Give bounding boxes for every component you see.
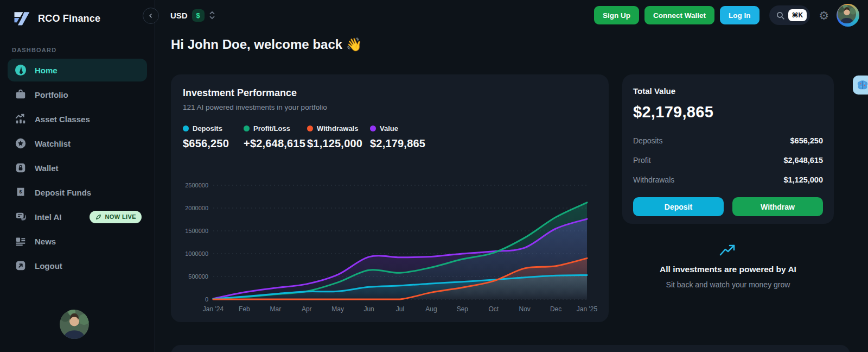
gear-icon: ⚙ [819, 10, 829, 21]
svg-text:Jul: Jul [396, 305, 404, 313]
sidebar-item-label: Deposit Funds [35, 188, 91, 197]
summary-row-value: $2,648,615 [783, 156, 823, 165]
svg-text:May: May [331, 305, 344, 313]
chat-icon [14, 210, 27, 223]
summary-title: Total Value [633, 86, 823, 96]
now-live-badge-label: NOW LIVE [105, 213, 136, 220]
svg-text:Jan '25: Jan '25 [577, 305, 598, 313]
news-icon [14, 235, 27, 248]
legend-value: $2,179,865 [370, 137, 435, 150]
sidebar-collapse-button[interactable] [143, 8, 159, 24]
svg-text:Mar: Mar [270, 305, 281, 313]
next-section-card [171, 345, 850, 352]
chart-growth-icon [14, 112, 27, 125]
legend-item-value: Value$2,179,865 [370, 124, 435, 150]
legend-dot-icon [370, 125, 376, 131]
sidebar-item-news[interactable]: News [8, 230, 147, 253]
trending-up-icon [719, 243, 737, 257]
brand-name: RCO Finance [38, 13, 100, 24]
summary-row-value: $1,125,000 [783, 175, 823, 184]
ai-note-subtitle: Sit back and watch your money grow [666, 280, 790, 289]
summary-row-label: Deposits [633, 136, 662, 145]
legend-label: Withdrawals [317, 124, 358, 133]
svg-text:1000000: 1000000 [185, 250, 208, 257]
ai-note: All investments are powered by AI Sit ba… [622, 243, 834, 289]
settings-button[interactable]: ⚙ [819, 10, 829, 21]
investment-performance-card: Investment Performance 121 AI powered in… [171, 74, 609, 322]
page-title: Hi John Doe, welcome back 👋 [171, 37, 362, 52]
summary-row-profit: Profit$2,648,615 [633, 150, 823, 170]
dollar-badge-icon: $ [192, 9, 205, 22]
sidebar-item-deposit-funds[interactable]: $Deposit Funds [8, 181, 147, 204]
search-button[interactable]: ⌘K [769, 5, 810, 25]
receipt-dollar-icon: $ [14, 186, 27, 199]
sidebar-item-label: Asset Classes [35, 115, 90, 124]
svg-text:Feb: Feb [239, 305, 250, 313]
rocket-icon [95, 213, 102, 221]
search-icon [776, 11, 785, 20]
sidebar-item-label: Home [35, 66, 58, 75]
summary-row-deposits: Deposits$656,250 [633, 131, 823, 150]
svg-text:$: $ [19, 189, 22, 194]
total-value: $2,179,865 [633, 103, 823, 121]
withdraw-button[interactable]: Withdraw [732, 197, 823, 216]
auth-buttons: Sign UpConnect WalletLog In [594, 6, 760, 24]
svg-text:Nov: Nov [519, 305, 530, 313]
sidebar-item-wallet[interactable]: Wallet [8, 156, 147, 179]
sidebar-item-label: Portfolio [35, 90, 68, 99]
summary-row-label: Withdrawals [633, 175, 674, 184]
svg-text:Sep: Sep [457, 305, 469, 313]
sidebar-item-label: News [35, 237, 56, 246]
legend-value: $656,250 [183, 137, 244, 150]
svg-text:Jun: Jun [363, 305, 374, 313]
legend-item-withdrawals: Withdrawals$1,125,000 [307, 124, 370, 150]
brand[interactable]: RCO Finance [0, 0, 155, 28]
sidebar-item-asset-classes[interactable]: Asset Classes [8, 108, 147, 130]
legend-label: Deposits [193, 124, 222, 133]
legend-dot-icon [307, 125, 313, 131]
logout-icon [14, 259, 27, 272]
currency-code: USD [170, 11, 188, 20]
svg-text:0: 0 [205, 296, 208, 303]
currency-selector[interactable]: USD $ [170, 9, 215, 22]
sidebar-item-label: Watchlist [35, 139, 71, 148]
legend-label: Value [380, 124, 398, 133]
sidebar-user-avatar[interactable] [60, 310, 89, 339]
legend-item-profit-loss: Profit/Loss+$2,648,615 [244, 124, 307, 150]
summary-row-label: Profit [633, 156, 651, 165]
legend-item-deposits: Deposits$656,250 [183, 124, 244, 150]
sidebar-item-watchlist[interactable]: Watchlist [8, 132, 147, 155]
ai-assistant-fab[interactable] [853, 76, 868, 95]
avatar [838, 5, 856, 23]
svg-text:Jan '24: Jan '24 [203, 305, 224, 313]
sidebar-section-label: DASHBOARD [12, 47, 155, 53]
summary-actions: Deposit Withdraw [633, 197, 823, 216]
chart-card-subtitle: 121 AI powered investments in your portf… [183, 103, 597, 111]
lock-icon [14, 161, 27, 174]
sidebar-item-portfolio[interactable]: Portfolio [8, 83, 147, 106]
svg-text:2000000: 2000000 [185, 205, 208, 211]
user-menu-button[interactable] [837, 4, 859, 27]
sidebar-nav: HomePortfolioAsset ClassesWatchlistWalle… [0, 59, 155, 277]
main-area: USD $ Sign UpConnect WalletLog In ⌘K ⚙ H… [155, 0, 868, 352]
sidebar-item-home[interactable]: Home [8, 59, 147, 81]
legend-dot-icon [183, 125, 189, 131]
connect-wallet-button[interactable]: Connect Wallet [644, 6, 714, 24]
legend-value: $1,125,000 [307, 137, 370, 150]
svg-text:Dec: Dec [550, 305, 561, 313]
sign-up-button[interactable]: Sign Up [594, 6, 639, 24]
deposit-button[interactable]: Deposit [633, 197, 724, 216]
search-shortcut: ⌘K [788, 9, 807, 21]
legend-label: Profit/Loss [253, 124, 290, 133]
brain-icon [857, 79, 868, 91]
legend-dot-icon [244, 125, 250, 131]
svg-text:Apr: Apr [302, 305, 312, 313]
sidebar-item-logout[interactable]: Logout [8, 254, 147, 277]
summary-row-withdrawals: Withdrawals$1,125,000 [633, 170, 823, 190]
sidebar-item-intel-ai[interactable]: Intel AINOW LIVE [8, 205, 147, 228]
sidebar: RCO Finance DASHBOARD HomePortfolioAsset… [0, 0, 155, 352]
gauge-icon [14, 64, 27, 77]
topbar-actions: Sign UpConnect WalletLog In ⌘K ⚙ [594, 4, 859, 27]
log-in-button[interactable]: Log In [720, 6, 760, 24]
summary-row-value: $656,250 [790, 136, 823, 145]
